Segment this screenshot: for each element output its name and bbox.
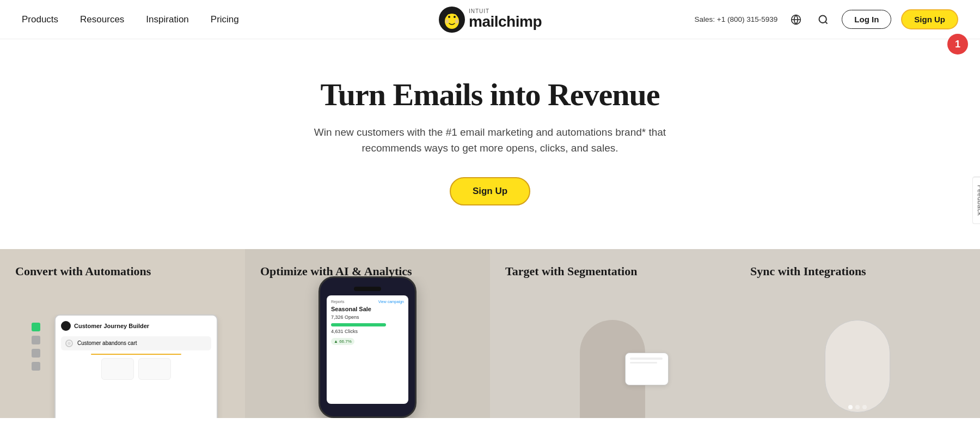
nav-products[interactable]: Products [22, 14, 58, 25]
svg-point-6 [445, 19, 449, 23]
hero-section: Turn Emails into Revenue Win new custome… [0, 39, 980, 249]
integrations-device [735, 309, 980, 418]
feature-analytics: Optimize with AI & Analytics Reports Vie… [245, 249, 490, 418]
sales-number: Sales: +1 (800) 315-5939 [695, 15, 778, 23]
phone-notch [354, 287, 381, 291]
sidebar-active-icon [32, 323, 40, 331]
search-icon-button[interactable] [814, 11, 832, 28]
logo[interactable]: Intuit mailchimp [438, 6, 542, 33]
phone-campaign-title: Seasonal Sale [331, 306, 404, 312]
svg-point-10 [819, 15, 826, 22]
notification-badge: 1 [947, 34, 968, 55]
product-cylinder [825, 320, 890, 413]
automations-device: Customer Journey Builder Customer abando… [0, 314, 245, 418]
nav-pricing[interactable]: Pricing [211, 14, 239, 25]
sidebar-icon-3 [32, 362, 40, 371]
flow-branch-1 [101, 358, 134, 380]
feature-title-integrations: Sync with Integrations [735, 249, 980, 284]
feature-automations: Convert with Automations Customer Journe… [0, 249, 245, 418]
tablet-header: Customer Journey Builder [61, 321, 211, 331]
flow-dot-1 [65, 340, 73, 347]
tablet-mock: Customer Journey Builder Customer abando… [54, 314, 218, 418]
mailchimp-logo-icon [438, 6, 465, 33]
phone-reports-label: Reports [331, 300, 345, 304]
phone-bar [331, 323, 386, 326]
svg-point-7 [455, 19, 458, 23]
nav-inspiration[interactable]: Inspiration [146, 14, 188, 25]
tablet-title: Customer Journey Builder [74, 323, 149, 329]
phone-mock: Reports View campaign Seasonal Sale 7,32… [318, 276, 416, 418]
feedback-tab[interactable]: Feedback [972, 177, 980, 224]
phone-clicks: 4,631 Clicks [331, 329, 404, 334]
nav-resources[interactable]: Resources [80, 14, 124, 25]
signup-hero-button[interactable]: Sign Up [450, 177, 530, 205]
nav-left: Products Resources Inspiration Pricing [22, 14, 239, 25]
sidebar-icon-1 [32, 336, 40, 344]
hero-subtitle: Win new customers with the #1 email mark… [305, 124, 675, 156]
hero-title: Turn Emails into Revenue [320, 77, 659, 112]
analytics-device: Reports View campaign Seasonal Sale 7,32… [245, 276, 490, 418]
segmentation-device [490, 309, 735, 418]
flow-item-1: Customer abandons cart [61, 336, 211, 350]
sidebar-icon-2 [32, 349, 40, 358]
dot-1 [848, 405, 853, 409]
feature-integrations: Sync with Integrations [735, 249, 980, 418]
feature-title-automations: Convert with Automations [0, 249, 245, 284]
globe-icon [791, 14, 801, 25]
dot-2 [855, 405, 860, 409]
phone-screen: Reports View campaign Seasonal Sale 7,32… [327, 295, 408, 404]
nav-right: Sales: +1 (800) 315-5939 Log In Sign Up [695, 9, 958, 29]
phone-badge: ▲ 66.7% [331, 338, 354, 345]
svg-point-4 [448, 16, 450, 18]
phone-pct: ▲ 66.7% [334, 339, 352, 344]
flow-item-label: Customer abandons cart [77, 340, 137, 346]
flow-branches [61, 358, 211, 380]
tablet-chimp-icon [61, 321, 71, 331]
search-icon [818, 14, 829, 25]
phone-view-label: View campaign [378, 300, 404, 304]
signup-nav-button[interactable]: Sign Up [901, 9, 958, 29]
feature-title-analytics: Optimize with AI & Analytics [245, 249, 490, 284]
login-button[interactable]: Log In [842, 10, 891, 29]
globe-icon-button[interactable] [787, 11, 805, 28]
flow-connector [91, 354, 181, 355]
logo-text-block: Intuit mailchimp [469, 8, 542, 31]
feature-grid: Convert with Automations Customer Journe… [0, 249, 980, 418]
feature-title-segmentation: Target with Segmentation [490, 249, 735, 284]
feature-segmentation: Target with Segmentation [490, 249, 735, 418]
svg-line-11 [825, 21, 828, 23]
scroll-dots [848, 405, 867, 409]
dot-3 [862, 405, 867, 409]
flow-branch-2 [138, 358, 171, 380]
navbar: Products Resources Inspiration Pricing I… [0, 0, 980, 39]
phone-bar-container [331, 323, 404, 326]
logo-name: mailchimp [469, 13, 542, 31]
envelope-card [625, 353, 669, 385]
phone-opens: 7,326 Opens [331, 314, 404, 320]
svg-point-5 [454, 16, 456, 18]
